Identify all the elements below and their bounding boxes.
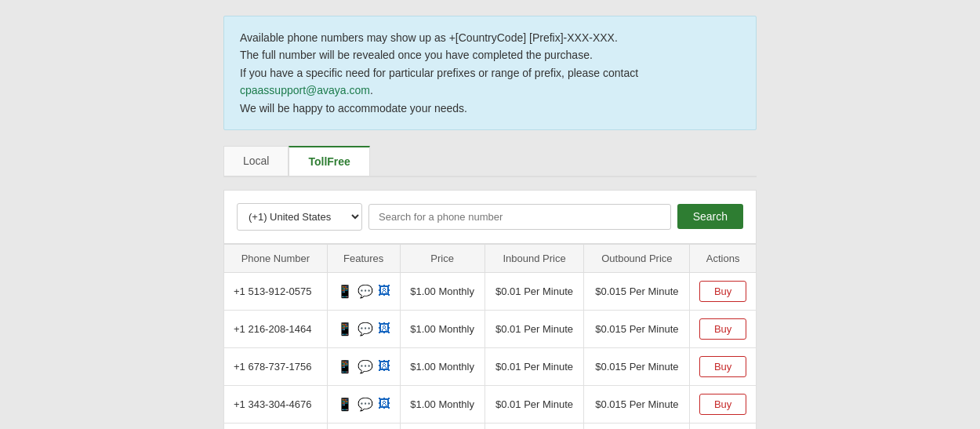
mms-icon: 🖼 bbox=[378, 284, 390, 298]
table-row: +1 343-304-4676 📱 💬 🖼 $1.00 Monthly $0.0… bbox=[224, 385, 757, 423]
table-row: +1 954-516-0558 📱 💬 🖼 $1.00 Monthly $0.0… bbox=[224, 423, 757, 429]
cell-phone-0: +1 513-912-0575 bbox=[224, 272, 328, 310]
mms-icon: 🖼 bbox=[378, 397, 390, 411]
tab-local[interactable]: Local bbox=[223, 146, 289, 176]
cell-price-0: $1.00 Monthly bbox=[400, 272, 485, 310]
mms-icon: 🖼 bbox=[378, 359, 390, 373]
phone-numbers-table: Phone Number Features Price Inbound Pric… bbox=[223, 244, 757, 429]
info-line1: Available phone numbers may show up as +… bbox=[240, 31, 618, 44]
voice-icon: 📱 bbox=[337, 284, 353, 299]
tab-tollfree[interactable]: TollFree bbox=[289, 146, 369, 176]
cell-features-0: 📱 💬 🖼 bbox=[327, 272, 400, 310]
sms-icon: 💬 bbox=[358, 284, 373, 299]
col-inbound: Inbound Price bbox=[485, 244, 584, 272]
sms-icon: 💬 bbox=[358, 359, 373, 374]
cell-price-4: $1.00 Monthly bbox=[400, 423, 485, 429]
cell-price-2: $1.00 Monthly bbox=[400, 347, 485, 385]
cell-phone-2: +1 678-737-1756 bbox=[224, 347, 328, 385]
info-period: . bbox=[370, 84, 373, 96]
table-row: +1 216-208-1464 📱 💬 🖼 $1.00 Monthly $0.0… bbox=[224, 310, 757, 347]
support-email-link[interactable]: cpaassupport@avaya.com bbox=[240, 84, 370, 96]
cell-action-2: Buy bbox=[690, 347, 757, 385]
cell-outbound-3: $0.015 Per Minute bbox=[584, 385, 690, 423]
cell-features-4: 📱 💬 🖼 bbox=[327, 423, 400, 429]
info-line5: We will be happy to accommodate your nee… bbox=[240, 102, 467, 115]
search-button[interactable]: Search bbox=[677, 204, 743, 229]
sms-icon: 💬 bbox=[358, 397, 373, 412]
cell-features-1: 📱 💬 🖼 bbox=[327, 310, 400, 347]
col-outbound: Outbound Price bbox=[584, 244, 690, 272]
cell-features-2: 📱 💬 🖼 bbox=[327, 347, 400, 385]
cell-inbound-0: $0.01 Per Minute bbox=[485, 272, 584, 310]
cell-outbound-2: $0.015 Per Minute bbox=[584, 347, 690, 385]
voice-icon: 📱 bbox=[337, 359, 353, 374]
country-select[interactable]: (+1) United States bbox=[237, 203, 362, 231]
tabs-container: Local TollFree bbox=[223, 146, 757, 177]
voice-icon: 📱 bbox=[337, 397, 353, 412]
buy-button-1[interactable]: Buy bbox=[699, 318, 746, 340]
sms-icon: 💬 bbox=[358, 322, 373, 336]
main-content: Available phone numbers may show up as +… bbox=[216, 8, 764, 429]
cell-phone-4: +1 954-516-0558 bbox=[224, 423, 328, 429]
cell-outbound-1: $0.015 Per Minute bbox=[584, 310, 690, 347]
cell-action-4: Buy bbox=[690, 423, 757, 429]
col-features: Features bbox=[327, 244, 400, 272]
cell-phone-1: +1 216-208-1464 bbox=[224, 310, 328, 347]
mms-icon: 🖼 bbox=[378, 322, 390, 336]
cell-inbound-1: $0.01 Per Minute bbox=[485, 310, 584, 347]
cell-phone-3: +1 343-304-4676 bbox=[224, 385, 328, 423]
info-line3: If you have a specific need for particul… bbox=[240, 67, 638, 79]
cell-price-1: $1.00 Monthly bbox=[400, 310, 485, 347]
cell-inbound-3: $0.01 Per Minute bbox=[485, 385, 584, 423]
col-price: Price bbox=[400, 244, 485, 272]
info-box: Available phone numbers may show up as +… bbox=[223, 16, 757, 130]
cell-inbound-2: $0.01 Per Minute bbox=[485, 347, 584, 385]
cell-action-0: Buy bbox=[690, 272, 757, 310]
col-phone-number: Phone Number bbox=[224, 244, 328, 272]
buy-button-3[interactable]: Buy bbox=[699, 394, 746, 415]
page-container: Available phone numbers may show up as +… bbox=[0, 8, 980, 429]
table-row: +1 678-737-1756 📱 💬 🖼 $1.00 Monthly $0.0… bbox=[224, 347, 757, 385]
info-line2: The full number will be revealed once yo… bbox=[240, 49, 593, 61]
cell-price-3: $1.00 Monthly bbox=[400, 385, 485, 423]
cell-features-3: 📱 💬 🖼 bbox=[327, 385, 400, 423]
cell-outbound-0: $0.015 Per Minute bbox=[584, 272, 690, 310]
col-actions: Actions bbox=[690, 244, 757, 272]
buy-button-2[interactable]: Buy bbox=[699, 356, 746, 377]
search-bar: (+1) United States Search bbox=[223, 190, 757, 244]
buy-button-0[interactable]: Buy bbox=[699, 281, 746, 302]
cell-inbound-4: $0.01 Per Minute bbox=[485, 423, 584, 429]
search-input[interactable] bbox=[368, 204, 671, 230]
cell-action-1: Buy bbox=[690, 310, 757, 347]
cell-action-3: Buy bbox=[690, 385, 757, 423]
table-row: +1 513-912-0575 📱 💬 🖼 $1.00 Monthly $0.0… bbox=[224, 272, 757, 310]
voice-icon: 📱 bbox=[337, 322, 353, 336]
cell-outbound-4: $0.015 Per Minute bbox=[584, 423, 690, 429]
